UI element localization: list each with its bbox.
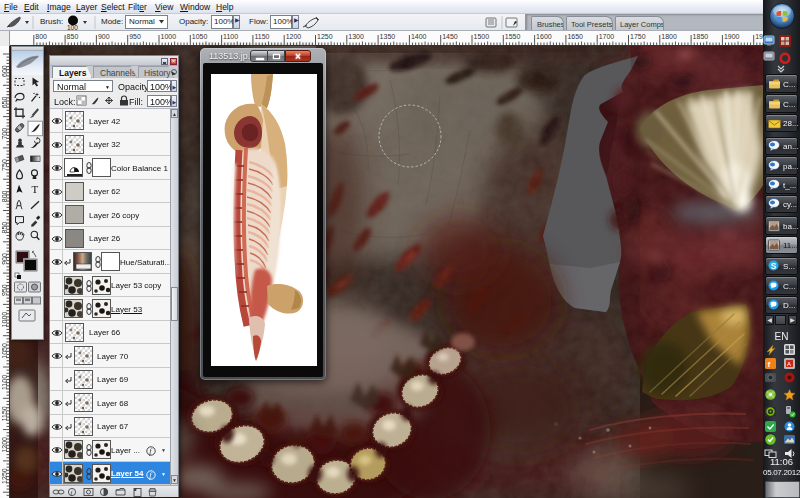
svg-text:1650: 1650 [567,33,583,40]
svg-text:1550: 1550 [505,33,521,40]
svg-text:1100: 1100 [223,33,238,40]
svg-text:1600: 1600 [536,33,552,40]
svg-text:1250: 1250 [317,33,333,40]
svg-text:800: 800 [35,33,47,40]
svg-text:1850: 1850 [693,33,709,40]
svg-text:1150: 1150 [254,33,269,40]
svg-text:1000: 1000 [161,33,177,40]
svg-text:1300: 1300 [348,33,364,40]
svg-text:1900: 1900 [724,33,740,40]
svg-text:850: 850 [67,33,79,40]
svg-text:100: 100 [67,24,78,31]
svg-text:1950: 1950 [755,33,763,40]
svg-text:T: T [32,183,39,195]
svg-text:S: S [771,261,777,271]
svg-text:f: f [768,360,771,369]
svg-text:1700: 1700 [599,33,615,40]
svg-text:A: A [787,361,791,367]
svg-text:950: 950 [129,33,141,40]
svg-text:1350: 1350 [380,33,396,40]
svg-text:1450: 1450 [442,33,458,40]
svg-text:1500: 1500 [474,33,490,40]
svg-text:1750: 1750 [630,33,646,40]
svg-text:900: 900 [98,33,110,40]
svg-text:1200: 1200 [286,33,302,40]
svg-text:1050: 1050 [192,33,208,40]
svg-text:1400: 1400 [411,33,427,40]
svg-text:1800: 1800 [661,33,677,40]
